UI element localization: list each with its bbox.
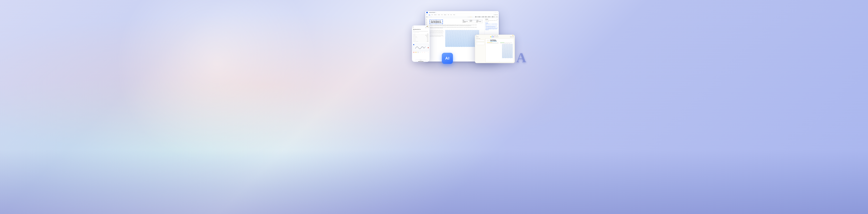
share-icon[interactable] (425, 27, 426, 28)
form-greeting: Dear Sir, (413, 30, 429, 31)
form-description: Kindly find below banking details for al… (413, 31, 429, 33)
menubar: File Home Edit Comment Convert View Orga… (425, 14, 499, 16)
redo-icon[interactable] (512, 36, 512, 37)
tablet-toolbar (475, 36, 515, 38)
ai-app-icon: AI (442, 53, 453, 64)
pen-tool-icon[interactable]: ✎ (428, 52, 429, 53)
thumbnails-icon[interactable] (426, 19, 427, 20)
tab-close-icon[interactable]: × (435, 12, 436, 13)
close-icon[interactable]: ✕ (497, 12, 498, 13)
menu-edit[interactable]: Edit (432, 14, 433, 15)
edit-all-button[interactable]: Edit All (475, 16, 478, 17)
text-tool-icon[interactable] (495, 36, 495, 37)
table-header: Location (476, 20, 483, 21)
zoom-out-icon[interactable]: ⊖ (468, 16, 469, 17)
search-tools-input[interactable]: 🔍 Search tools (494, 14, 498, 15)
comment-button[interactable]: Comment ▾ (415, 59, 426, 61)
app-logo-icon (426, 12, 428, 13)
ocr-button[interactable]: OCR (483, 16, 485, 17)
eraser-icon[interactable] (496, 36, 497, 37)
page-number: 1 / 4 (499, 61, 500, 62)
page-view[interactable]: 01 Cool Buildings & Nice Gradients Klan … (486, 38, 514, 62)
selected-text-box[interactable]: The Sea House Of Klan Architects Inc. (430, 20, 443, 24)
shapes-icon[interactable] (497, 36, 498, 37)
minimize-icon[interactable]: — (494, 12, 495, 13)
decorative-letter: A (516, 49, 526, 66)
crop-button[interactable]: Crop (486, 16, 488, 17)
highlighter-yellow-icon[interactable] (490, 36, 491, 37)
undo-icon[interactable] (510, 36, 511, 37)
menu-view[interactable]: View (441, 14, 442, 15)
format-strikethrough[interactable]: Aa (422, 52, 423, 53)
phone-time: 9:41 (413, 26, 414, 27)
document-column-text: Klan Architects Inc., is a mid-sized arc… (430, 30, 444, 47)
tablet-statusbar: 9:41 Organize Convert Cloud 📶 🔋 (475, 35, 515, 36)
tab-convert[interactable]: Convert (494, 35, 496, 36)
bookmarks-icon[interactable] (426, 21, 427, 22)
menu-comment[interactable]: Comment (434, 14, 436, 15)
sidebar-toggle-icon[interactable] (476, 36, 477, 37)
format-squiggle-icon[interactable]: 〰 (424, 52, 425, 53)
menu-form[interactable]: Form (451, 14, 452, 15)
wifi-battery-icons: 📶 🔋 (513, 35, 514, 36)
select-icon[interactable]: ▭ (472, 16, 473, 17)
page-title: Cool Buildings & Nice Gradients (490, 40, 497, 41)
tab-cloud[interactable]: Cloud (496, 35, 498, 36)
more-icon[interactable] (513, 36, 514, 37)
close-button[interactable]: ✕ (428, 47, 429, 48)
document-paragraph: Klan Architects Inc., is a mid-sized arc… (430, 27, 479, 29)
signature-area[interactable] (413, 44, 429, 51)
minimize-sidebar-icon[interactable]: — (497, 19, 497, 20)
tablet-time: 9:41 (476, 35, 477, 36)
ai-sidebar-header: AI Sidebar — ✕ (486, 19, 498, 20)
comments-icon[interactable] (426, 22, 427, 23)
save-icon[interactable]: 💾 (426, 16, 427, 17)
document-title: The Sea House Of Klan Architects Inc. (431, 21, 441, 23)
table-header: Area Space (469, 20, 476, 21)
section-number: 01 (487, 40, 489, 42)
thumbnails-panel: To Inventive Concepts ▭▭▭▭▭▭▭ ▭▭▭▭▭▭▭▭▭ (475, 38, 486, 63)
redo-icon[interactable]: ↷ (431, 16, 432, 17)
page-thumbnail[interactable]: ▭▭▭▭▭▭▭▭▭ (476, 42, 485, 45)
zoom-in-icon[interactable]: ⊕ (469, 16, 470, 17)
undo-icon[interactable]: ↶ (429, 16, 430, 17)
page-image (502, 44, 513, 58)
search-icon[interactable] (427, 27, 427, 28)
ai-tools-button[interactable]: AI Tools (489, 16, 492, 17)
page-thumbnail[interactable]: ▭▭▭▭▭▭▭ (476, 39, 485, 41)
document-paragraph: Klan Architects Inc., is a mid-sized arc… (430, 25, 479, 26)
menu-icon[interactable] (413, 27, 413, 28)
document-tab[interactable]: Sea House of Klan.pdf × (429, 12, 436, 13)
form-table: Bank Namexxxxxx Bank BranchUltimo vxd9yk… (413, 33, 429, 42)
tab-organize[interactable]: Organize (492, 35, 493, 36)
menu-protect[interactable]: Protect (453, 14, 455, 15)
format-plain[interactable]: Aa (417, 52, 419, 53)
marker-purple-icon[interactable] (493, 36, 494, 37)
more-button[interactable]: ⋮ More (496, 16, 498, 17)
menu-convert[interactable]: Convert (438, 14, 440, 15)
table-cell: The Sea House of Klan Architects Inc (462, 21, 469, 23)
attachments-icon[interactable] (426, 24, 427, 25)
add-text-button[interactable]: Add Text (478, 16, 482, 17)
search-button[interactable]: Search (492, 16, 495, 17)
format-highlight-yellow[interactable]: Aa (415, 52, 417, 53)
menu-organize[interactable]: Organize (444, 14, 446, 15)
home-indicator (418, 61, 424, 62)
maximize-icon[interactable]: ▢ (496, 12, 496, 13)
menu-tools[interactable]: Tools (448, 14, 449, 15)
document-image (445, 30, 479, 47)
format-underline-teal[interactable]: Aa (420, 52, 421, 53)
more-icon[interactable] (428, 27, 429, 28)
thumbnail-title: To Inventive Concepts (476, 38, 485, 39)
pen-blue-icon[interactable] (492, 36, 493, 37)
signal-icon: 📶 🔋 (427, 26, 429, 27)
form-title: Agent Banking Details Form (413, 29, 429, 30)
print-icon[interactable]: ⎙ (428, 16, 429, 17)
close-sidebar-icon[interactable]: ✕ (498, 19, 498, 20)
toolbar: 💾 ⎙ ↶ ↷ ⊖ ⊕ ✋ ▭ Edit All Add Text OCR Cr… (425, 16, 499, 18)
hand-icon[interactable]: ✋ (471, 16, 471, 17)
back-icon[interactable] (477, 36, 478, 37)
menu-home[interactable]: Home (429, 14, 430, 15)
format-highlight-red[interactable]: Aa (413, 52, 414, 53)
menu-file[interactable]: File (426, 14, 427, 15)
